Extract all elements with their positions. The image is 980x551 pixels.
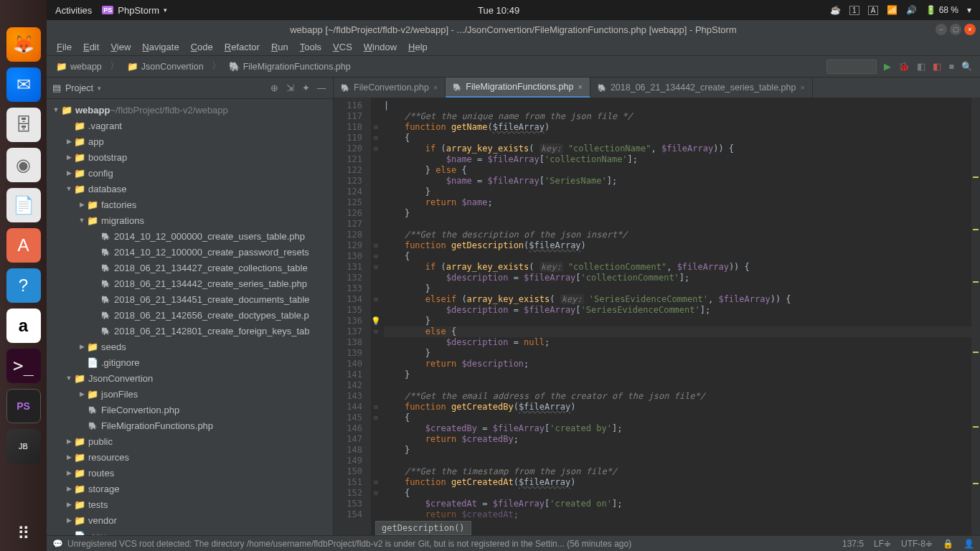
minimize-button[interactable]: – (936, 24, 947, 35)
tree-arrow-icon[interactable]: ▶ (77, 201, 87, 208)
keyboard-layout-icon[interactable]: 1 (849, 6, 859, 15)
launcher-files-icon[interactable]: 🗄 (6, 108, 41, 142)
tree-arrow-icon[interactable]: ▶ (77, 343, 87, 350)
fold-column[interactable]: ⊟⊟⊟⊟⊟⊟⊟💡⊟⊟⊟⊟⊟ (371, 98, 381, 535)
menu-window[interactable]: Window (359, 40, 401, 54)
launcher-libreoffice-icon[interactable]: 📄 (6, 188, 41, 222)
run-config-dropdown[interactable] (826, 60, 877, 74)
menu-refactor[interactable]: Refactor (220, 40, 264, 54)
tree-node[interactable]: 🐘FileConvertion.php (47, 402, 333, 418)
tree-arrow-icon[interactable]: ▶ (64, 517, 74, 524)
tree-node[interactable]: 📁.vagrant (47, 118, 333, 133)
input-source-icon[interactable]: A (868, 6, 879, 15)
menu-edit[interactable]: Edit (79, 40, 103, 54)
settings-icon[interactable]: ✦ (300, 83, 311, 94)
maximize-button[interactable]: ▢ (950, 24, 961, 35)
caret-position[interactable]: 137:5 (842, 539, 864, 549)
tree-node[interactable]: ▼📁migrations (47, 212, 333, 228)
locate-icon[interactable]: ⊕ (268, 83, 280, 94)
tab-close-icon[interactable]: × (433, 83, 438, 92)
caffeine-icon[interactable]: ☕ (830, 5, 841, 15)
volume-icon[interactable]: 🔊 (906, 5, 917, 15)
tree-node[interactable]: 🐘2014_10_12_100000_create_password_reset… (47, 244, 333, 260)
tree-node[interactable]: 🐘FileMigrationFunctions.php (47, 418, 333, 433)
launcher-help-icon[interactable]: ? (6, 268, 41, 303)
tree-node[interactable]: 🐘2018_06_21_134442_create_series_table.p… (47, 276, 333, 291)
hector-icon[interactable]: 👤 (963, 539, 974, 549)
tree-node[interactable]: ▼📁JsonConvertion (47, 370, 333, 386)
search-everywhere-icon[interactable]: 🔍 (961, 61, 973, 72)
activities-button[interactable]: Activities (55, 5, 92, 16)
close-button[interactable]: × (964, 24, 976, 35)
launcher-terminal-icon[interactable]: >_ (6, 349, 41, 383)
file-encoding[interactable]: UTF-8≑ (901, 539, 933, 549)
hide-panel-icon[interactable]: — (316, 83, 327, 94)
tree-node[interactable]: ▶📁app (47, 133, 333, 149)
launcher-firefox-icon[interactable]: 🦊 (6, 27, 41, 62)
menu-code[interactable]: Code (187, 40, 217, 54)
editor-tab[interactable]: 🐘FileMigrationFunctions.php× (446, 77, 590, 98)
topbar-app-menu[interactable]: PS PhpStorm ▾ (102, 5, 167, 16)
tree-node[interactable]: 📄.env (47, 528, 333, 535)
menu-navigate[interactable]: Navigate (138, 40, 183, 54)
breadcrumb-segment[interactable]: 🐘FileMigrationFunctions.php (224, 59, 356, 74)
menu-file[interactable]: File (52, 40, 76, 54)
battery-icon[interactable]: 🔋 68 % (925, 5, 958, 15)
tree-node[interactable]: 🐘2018_06_21_134427_create_collections_ta… (47, 260, 333, 276)
launcher-amazon-icon[interactable]: a (6, 309, 41, 343)
tab-close-icon[interactable]: × (578, 83, 582, 91)
breadcrumb-segment[interactable]: 📁webapp (51, 59, 107, 74)
vcs-notification[interactable]: Unregistered VCS root detected: The dire… (67, 539, 631, 549)
tree-node[interactable]: ▶📁vendor (47, 512, 333, 528)
tree-arrow-icon[interactable]: ▼ (64, 185, 74, 192)
tree-node[interactable]: ▶📁seeds (47, 339, 333, 354)
menu-vcs[interactable]: VCS (329, 40, 357, 54)
tree-node[interactable]: ▶📁storage (47, 481, 333, 496)
tree-node[interactable]: ▼📁database (47, 181, 333, 197)
tree-node[interactable]: ▶📁tests (47, 496, 333, 512)
tree-node[interactable]: 🐘2018_06_21_142801_create_foreign_keys_t… (47, 323, 333, 339)
tree-node[interactable]: 🐘2018_06_21_134451_create_documents_tabl… (47, 291, 333, 307)
run-icon[interactable]: ▶ (884, 61, 891, 72)
tree-node[interactable]: 🐘2014_10_12_000000_create_users_table.ph… (47, 228, 333, 244)
tree-node[interactable]: ▶📁jsonFiles (47, 386, 333, 402)
topbar-clock[interactable]: Tue 10:49 (167, 5, 830, 16)
network-icon[interactable]: 📶 (887, 5, 897, 15)
breadcrumb-segment[interactable]: 📁JsonConvertion (122, 59, 209, 74)
menu-run[interactable]: Run (267, 40, 293, 54)
line-separator[interactable]: LF≑ (874, 539, 891, 549)
code-area[interactable]: | /**Get the unique name from the json f… (381, 98, 971, 535)
tree-arrow-icon[interactable]: ▼ (51, 106, 61, 113)
menu-view[interactable]: View (106, 40, 135, 54)
editor-body[interactable]: 1161171181191201211221231241251261271281… (334, 98, 980, 535)
editor-tab[interactable]: 🐘FileConvertion.php× (334, 77, 446, 98)
debug-icon[interactable]: 🐞 (898, 61, 910, 72)
tree-arrow-icon[interactable]: ▶ (64, 469, 74, 476)
tab-close-icon[interactable]: × (800, 83, 804, 92)
readonly-lock-icon[interactable]: 🔒 (943, 539, 953, 549)
project-view-icon[interactable]: ▤ (52, 83, 61, 93)
tree-node[interactable]: ▶📁config (47, 165, 333, 181)
menu-help[interactable]: Help (404, 40, 432, 54)
profile-icon[interactable]: ◧ (933, 61, 941, 72)
tree-arrow-icon[interactable]: ▶ (64, 438, 74, 445)
tree-arrow-icon[interactable]: ▶ (64, 453, 74, 461)
tree-arrow-icon[interactable]: ▼ (64, 375, 74, 382)
event-log-icon[interactable]: 💬 (52, 539, 63, 549)
system-menu-icon[interactable]: ▾ (967, 5, 971, 15)
tree-node[interactable]: ▶📁factories (47, 197, 333, 212)
tree-arrow-icon[interactable]: ▶ (64, 154, 74, 161)
project-tree[interactable]: ▼📁webapp ~/fldbProject/fldb-v2/webapp📁.v… (47, 99, 333, 535)
collapse-all-icon[interactable]: ⇲ (284, 83, 296, 94)
tree-node[interactable]: ▶📁resources (47, 449, 333, 465)
tree-arrow-icon[interactable]: ▶ (64, 169, 74, 176)
tree-node[interactable]: ▶📁public (47, 433, 333, 449)
launcher-show-apps-icon[interactable]: ⠿ (6, 517, 41, 551)
launcher-phpstorm-icon[interactable]: PS (6, 389, 41, 423)
stop-icon[interactable]: ■ (948, 62, 954, 72)
tree-arrow-icon[interactable]: ▶ (77, 390, 87, 397)
tree-node[interactable]: ▶📁routes (47, 465, 333, 481)
tree-node[interactable]: 📄.gitignore (47, 354, 333, 370)
launcher-thunderbird-icon[interactable]: ✉ (6, 67, 41, 102)
editor-tab[interactable]: 🐘2018_06_21_134442_create_series_table.p… (590, 77, 813, 98)
